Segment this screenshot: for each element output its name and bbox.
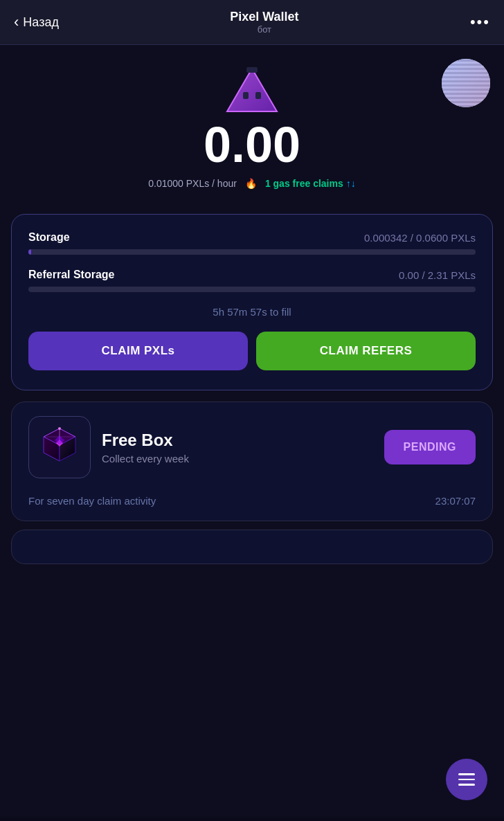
svg-rect-3 — [246, 67, 258, 73]
flame-icon: 🔥 — [245, 178, 257, 189]
hamburger-icon — [458, 773, 475, 786]
hero-section: 0.00 0.01000 PXLs / hour 🔥 1 gas free cl… — [0, 45, 504, 203]
claim-refers-button[interactable]: CLAIM REFERS — [256, 332, 476, 370]
bottom-peek-card — [11, 530, 493, 564]
free-box-title: Free Box — [102, 431, 373, 450]
free-box-card: Free Box Collect every week PENDING For … — [11, 402, 493, 521]
referral-storage-row: Referral Storage 0.00 / 2.31 PXLs — [28, 269, 476, 281]
storage-row: Storage 0.000342 / 0.0600 PXLs — [28, 231, 476, 244]
referral-progress-bar — [28, 287, 476, 292]
app-header: ‹ Назад Pixel Wallet бот ••• — [0, 0, 504, 45]
claim-pxls-button[interactable]: CLAIM PXLs — [28, 332, 248, 370]
app-subtitle: бот — [230, 24, 298, 35]
referral-storage-label: Referral Storage — [28, 269, 115, 281]
storage-progress-fill — [28, 249, 31, 255]
svg-rect-1 — [243, 92, 249, 99]
storage-label: Storage — [28, 231, 70, 244]
svg-point-11 — [58, 427, 61, 430]
free-box-footer: For seven day claim activity 23:07:07 — [28, 495, 476, 507]
avatar[interactable] — [442, 59, 490, 107]
claim-buttons: CLAIM PXLs CLAIM REFERS — [28, 332, 476, 370]
app-title: Pixel Wallet — [230, 10, 298, 24]
rate-text: 0.01000 PXLs / hour — [148, 178, 237, 189]
storage-value: 0.000342 / 0.0600 PXLs — [364, 232, 476, 244]
main-content: 0.00 0.01000 PXLs / hour 🔥 1 gas free cl… — [0, 45, 504, 818]
mascot-icon — [224, 66, 280, 114]
free-box-top: Free Box Collect every week PENDING — [28, 416, 476, 478]
storage-progress-bar — [28, 249, 476, 255]
svg-marker-0 — [227, 69, 277, 111]
free-box-subtitle: Collect every week — [102, 453, 373, 464]
more-options-button[interactable]: ••• — [470, 13, 490, 31]
balance-amount: 0.00 — [204, 120, 300, 170]
gas-claims-text: 1 gas free claims ↑↓ — [265, 178, 356, 189]
free-box-info: Free Box Collect every week — [102, 431, 373, 464]
svg-rect-2 — [255, 92, 261, 99]
pending-button[interactable]: PENDING — [384, 430, 476, 464]
back-button[interactable]: ‹ Назад — [14, 15, 59, 30]
balance-info: 0.01000 PXLs / hour 🔥 1 gas free claims … — [148, 178, 356, 189]
fill-timer: 5h 57m 57s to fill — [28, 306, 476, 318]
header-center: Pixel Wallet бот — [230, 10, 298, 35]
footer-label: For seven day claim activity — [28, 495, 156, 507]
back-label: Назад — [23, 15, 59, 30]
menu-fab-button[interactable] — [446, 759, 487, 800]
referral-storage-value: 0.00 / 2.31 PXLs — [399, 269, 476, 281]
box-icon — [28, 416, 91, 478]
arrows-icon: ↑↓ — [346, 178, 356, 189]
avatar-image — [442, 59, 490, 107]
cube-icon — [35, 423, 84, 471]
footer-timer: 23:07:07 — [435, 495, 476, 507]
back-arrow-icon: ‹ — [14, 15, 19, 30]
storage-card: Storage 0.000342 / 0.0600 PXLs Referral … — [11, 214, 493, 390]
